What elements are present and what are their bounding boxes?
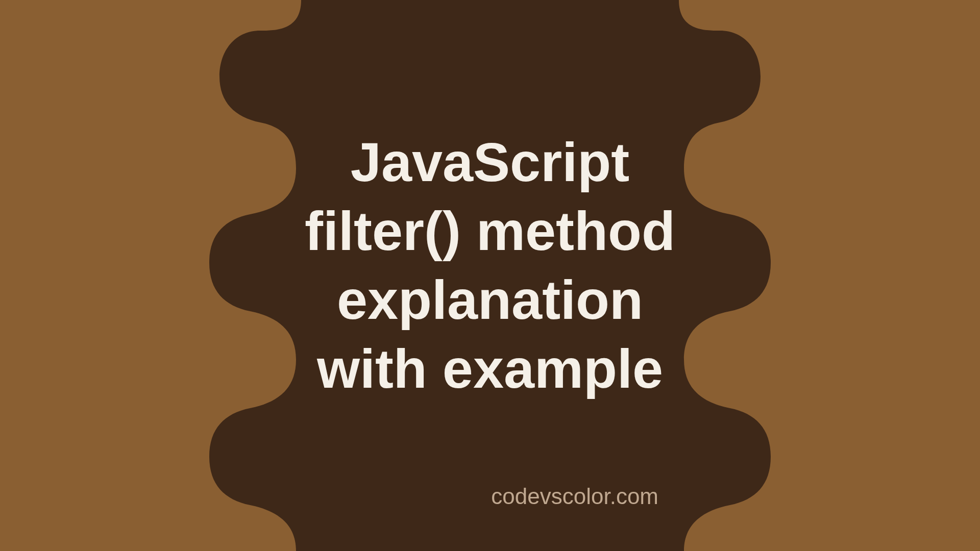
site-label: codevscolor.com — [491, 484, 658, 509]
main-content: JavaScript filter() method explanation w… — [0, 0, 980, 551]
title-line-3: explanation — [337, 269, 643, 331]
page-title: JavaScript filter() method explanation w… — [305, 128, 675, 403]
title-line-2: filter() method — [305, 200, 675, 262]
title-line-4: with example — [317, 338, 663, 399]
title-line-1: JavaScript — [351, 131, 629, 193]
